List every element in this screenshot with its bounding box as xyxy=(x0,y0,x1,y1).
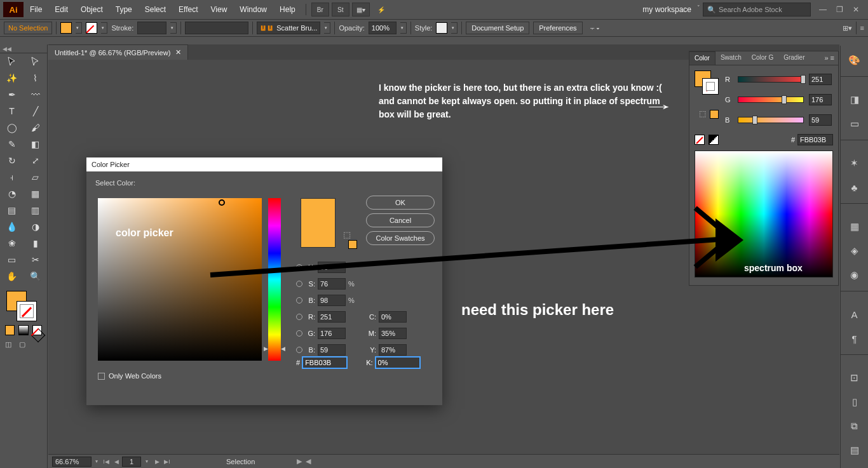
menu-type[interactable]: Type xyxy=(109,3,139,17)
bv-radio[interactable] xyxy=(296,297,302,304)
arrange-icon[interactable]: ▦▾ xyxy=(352,3,370,17)
document-tab[interactable]: Untitled-1* @ 66.67% (RGB/Preview) ✕ xyxy=(48,44,188,60)
fill-dropdown[interactable] xyxy=(76,22,82,34)
stroke-swatch-icon[interactable] xyxy=(17,301,37,321)
appearance-panel-icon[interactable]: ◉ xyxy=(846,267,863,283)
color-swatches-button[interactable]: Color Swatches xyxy=(366,231,435,245)
align-panel-icon[interactable]: ▯ xyxy=(846,394,863,410)
preferences-button[interactable]: Preferences xyxy=(533,22,582,34)
curvature-tool-icon[interactable]: 〰 xyxy=(24,86,47,103)
s-input[interactable] xyxy=(318,278,346,290)
stroke-weight-dropdown[interactable] xyxy=(170,22,177,34)
closest-color-swatch[interactable] xyxy=(348,240,357,249)
gpu-icon[interactable]: ⚡ xyxy=(372,3,390,17)
panel-collapse[interactable]: ◀◀ xyxy=(0,44,47,53)
graph-tool-icon[interactable]: ▮ xyxy=(24,235,47,251)
screen-mode-icon[interactable]: ▢ xyxy=(19,340,29,351)
out-of-gamut-icon[interactable]: ⬚ xyxy=(343,230,351,239)
tab-color-guide[interactable]: Color G xyxy=(747,51,778,65)
brushes-panel-icon[interactable]: ✶ xyxy=(846,155,863,171)
transform-icon[interactable]: ⊞▾ xyxy=(843,24,852,32)
opacity-field[interactable]: 100% xyxy=(369,22,397,34)
b-input[interactable] xyxy=(318,344,346,356)
workspace-switcher[interactable]: my workspace xyxy=(636,3,703,17)
bw-swatch-icon[interactable] xyxy=(709,135,719,145)
cancel-button[interactable]: Cancel xyxy=(366,213,435,227)
hand-tool-icon[interactable]: ✋ xyxy=(0,268,24,284)
menu-select[interactable]: Select xyxy=(139,3,172,17)
panel-more-icon[interactable]: » ≡ xyxy=(820,51,838,65)
artboard-number[interactable]: 1 xyxy=(122,457,141,467)
fill-swatch[interactable] xyxy=(60,22,72,34)
last-artboard-icon[interactable]: ▶I xyxy=(163,457,172,466)
brush-dropdown[interactable] xyxy=(324,22,330,34)
r-radio[interactable] xyxy=(296,314,302,320)
swatches-panel-icon[interactable]: ◈ xyxy=(846,243,863,259)
perspective-tool-icon[interactable]: ▦ xyxy=(24,185,47,202)
width-tool-icon[interactable]: ⫞ xyxy=(0,169,24,185)
status-dropdown2-icon[interactable]: ◀ xyxy=(306,457,311,465)
stroke-weight-field[interactable] xyxy=(137,22,166,34)
direct-selection-tool-icon[interactable] xyxy=(24,53,47,70)
zoom-field[interactable]: 66.67% xyxy=(52,457,92,467)
next-artboard-icon[interactable]: ▶ xyxy=(153,457,161,466)
gradient-tool-icon[interactable]: ▥ xyxy=(24,202,47,218)
symbols-panel-icon[interactable]: ♣ xyxy=(846,179,863,196)
stroke-dropdown[interactable] xyxy=(101,22,107,34)
align-icon[interactable]: ⫟▾ xyxy=(589,24,600,32)
layers-panel-icon[interactable]: ◨ xyxy=(846,91,863,108)
r-slider[interactable] xyxy=(738,76,804,83)
menu-window[interactable]: Window xyxy=(233,3,273,17)
out-of-gamut-icon[interactable]: ⬚ xyxy=(697,109,707,119)
only-web-colors[interactable]: Only Web Colors xyxy=(98,372,161,380)
closest-color-swatch[interactable] xyxy=(710,110,719,119)
saturation-value-field[interactable]: color picker xyxy=(98,198,262,361)
first-artboard-icon[interactable]: I◀ xyxy=(102,457,111,466)
free-transform-tool-icon[interactable]: ▱ xyxy=(24,169,47,185)
fill-stroke-control[interactable] xyxy=(0,288,47,323)
lasso-tool-icon[interactable]: ⌇ xyxy=(24,70,47,86)
selection-tool-icon[interactable] xyxy=(0,53,24,70)
y-input[interactable] xyxy=(379,344,407,356)
shape-builder-tool-icon[interactable]: ◔ xyxy=(0,185,24,202)
slice-tool-icon[interactable]: ✂ xyxy=(24,251,47,268)
rotate-tool-icon[interactable]: ↻ xyxy=(0,152,24,169)
maximize-button[interactable]: ❐ xyxy=(831,3,848,16)
g-slider[interactable] xyxy=(738,97,804,103)
panel-menu-icon[interactable]: ≡ xyxy=(860,24,864,32)
pathfinder-panel-icon[interactable]: ⧉ xyxy=(846,418,863,434)
gradient-mode-icon[interactable] xyxy=(18,325,28,335)
s-radio[interactable] xyxy=(296,281,302,287)
style-swatch[interactable] xyxy=(436,22,447,34)
zoom-tool-icon[interactable]: 🔍 xyxy=(24,268,47,284)
menu-help[interactable]: Help xyxy=(273,3,302,17)
eraser-tool-icon[interactable]: ◧ xyxy=(24,136,47,152)
r-input[interactable] xyxy=(318,311,346,323)
style-dropdown[interactable] xyxy=(451,22,458,34)
hex-input[interactable] xyxy=(302,357,347,368)
libraries-panel-icon[interactable]: ▤ xyxy=(846,442,863,458)
opacity-dropdown[interactable] xyxy=(400,22,407,34)
symbol-sprayer-tool-icon[interactable]: ❀ xyxy=(0,235,24,251)
prev-artboard-icon[interactable]: ◀ xyxy=(112,457,121,466)
shaper-tool-icon[interactable]: ✎ xyxy=(0,136,24,152)
menu-file[interactable]: File xyxy=(24,3,48,17)
panel-stroke-swatch[interactable] xyxy=(702,78,719,95)
pen-tool-icon[interactable]: ✒ xyxy=(0,86,24,103)
hue-slider[interactable] xyxy=(268,198,281,361)
paintbrush-tool-icon[interactable]: 🖌 xyxy=(24,119,47,136)
close-button[interactable]: ✕ xyxy=(848,3,864,16)
blend-tool-icon[interactable]: ◑ xyxy=(24,218,47,235)
document-setup-button[interactable]: Document Setup xyxy=(466,22,529,34)
character-panel-icon[interactable]: A xyxy=(846,306,863,323)
b-slider[interactable] xyxy=(738,117,804,123)
stock-icon[interactable]: St xyxy=(332,3,349,17)
tab-gradient[interactable]: Gradier xyxy=(778,51,810,65)
none-swatch-icon[interactable] xyxy=(695,135,705,145)
menu-edit[interactable]: Edit xyxy=(48,3,74,17)
draw-mode-icon[interactable]: ◫ xyxy=(5,340,15,351)
rectangle-tool-icon[interactable]: ◯ xyxy=(0,119,24,136)
g-value-input[interactable] xyxy=(809,94,832,105)
eyedropper-tool-icon[interactable]: 💧 xyxy=(0,218,24,235)
none-mode-icon[interactable] xyxy=(32,325,42,335)
